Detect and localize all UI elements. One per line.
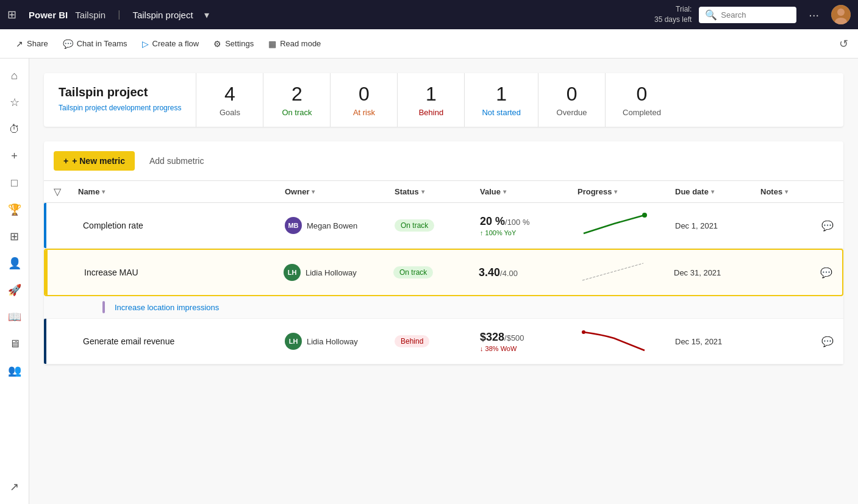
add-submetric-button[interactable]: Add submetric	[140, 151, 213, 171]
nav-project-title[interactable]: Tailspin project	[132, 10, 193, 20]
nav-workspace: Tailspin	[75, 10, 105, 20]
stat-block-at-risk: 0 At risk	[331, 73, 398, 127]
value-main: 20 %	[480, 215, 505, 227]
duedate-sort-icon: ▾	[711, 188, 714, 195]
name-sort-icon: ▾	[102, 188, 105, 195]
sidebar-item-apps[interactable]: □	[2, 171, 27, 195]
stat-block-behind: 1 Behind	[398, 73, 465, 127]
stat-number: 2	[291, 83, 302, 105]
col-header-status[interactable]: Status ▾	[395, 187, 480, 196]
table-rows: Completion rate MB Megan Bowen On track …	[44, 203, 843, 364]
due-date-cell: Dec 1, 2021	[675, 221, 760, 230]
stat-label: Overdue	[557, 108, 587, 117]
share-icon: ↗	[16, 39, 23, 49]
refresh-icon[interactable]: ↺	[839, 37, 848, 51]
notes-cell: 💬	[760, 336, 834, 347]
stat-block-completed: 0 Completed	[606, 73, 678, 127]
read-mode-button[interactable]: ▦ Read mode	[262, 35, 327, 52]
chat-teams-button[interactable]: 💬 Chat in Teams	[57, 35, 134, 52]
share-button[interactable]: ↗ Share	[10, 35, 54, 52]
subrow-container: Increase location impressions	[44, 296, 843, 319]
progress-cell	[577, 326, 675, 357]
stat-number: 4	[224, 83, 235, 105]
toolbar: ↗ Share 💬 Chat in Teams ▷ Create a flow …	[0, 29, 858, 59]
summary-header: Tailspin project Tailspin project develo…	[44, 73, 843, 127]
status-sort-icon: ▾	[421, 188, 424, 195]
plus-icon: +	[63, 156, 68, 166]
metric-name: Completion rate	[78, 221, 285, 230]
status-badge: On track	[393, 266, 433, 279]
status-badge: Behind	[395, 335, 429, 347]
metric-name: Increase MAU	[79, 268, 284, 277]
progress-sort-icon: ▾	[614, 188, 617, 195]
create-flow-button[interactable]: ▷ Create a flow	[136, 35, 206, 52]
search-box[interactable]: 🔍	[699, 7, 796, 23]
value-target: /100 %	[505, 218, 529, 227]
col-header-owner[interactable]: Owner ▾	[285, 187, 395, 196]
sidebar-item-create[interactable]: +	[2, 144, 27, 168]
value-cell: $328/$500 ↓ 38% WoW	[480, 331, 577, 352]
sidebar-item-home[interactable]: ⌂	[2, 63, 27, 88]
col-header-progress[interactable]: Progress ▾	[577, 187, 675, 196]
new-metric-button[interactable]: + + New metric	[54, 151, 135, 171]
project-title: Tailspin project	[59, 85, 181, 99]
sidebar-item-expand[interactable]: ↗	[2, 475, 27, 499]
sidebar-item-monitor[interactable]: 🖥	[2, 332, 27, 356]
col-header-duedate[interactable]: Due date ▾	[675, 187, 760, 196]
svg-line-4	[582, 263, 643, 280]
status-cell: On track	[393, 266, 479, 279]
sidebar-item-dashboards[interactable]: ⊞	[2, 224, 27, 249]
owner-name: Megan Bowen	[307, 221, 357, 230]
table-row-1[interactable]: Increase MAU LH Lidia Holloway On track …	[44, 249, 843, 296]
owner-avatar: LH	[284, 264, 301, 281]
value-change: ↓ 38% WoW	[480, 345, 577, 352]
metrics-table: ▽ Name ▾ Owner ▾ Status ▾ Va	[44, 181, 843, 364]
more-options-icon[interactable]: ···	[809, 8, 819, 22]
filter-icon[interactable]: ▽	[54, 186, 61, 197]
notes-cell: 💬	[759, 267, 832, 279]
stat-label: Not started	[482, 108, 521, 117]
sidebar-item-goals[interactable]: 🏆	[2, 197, 27, 222]
metric-name: Generate email revenue	[78, 336, 285, 346]
subrow-name[interactable]: Increase location impressions	[110, 303, 219, 312]
sidebar-item-launch[interactable]: 🚀	[2, 278, 27, 302]
grid-icon[interactable]: ⊞	[7, 8, 16, 21]
user-avatar[interactable]	[831, 5, 851, 24]
col-header-value[interactable]: Value ▾	[480, 187, 577, 196]
project-dropdown-icon[interactable]: ▾	[204, 9, 209, 21]
progress-cell	[576, 257, 674, 288]
svg-point-1	[837, 9, 845, 16]
status-badge: On track	[395, 219, 434, 232]
stat-label: Behind	[419, 108, 443, 117]
owner-cell: LH Lidia Holloway	[285, 333, 395, 350]
value-target: /$500	[504, 333, 524, 343]
sidebar-item-favorites[interactable]: ☆	[2, 90, 27, 115]
table-row-0[interactable]: Completion rate MB Megan Bowen On track …	[44, 203, 843, 249]
sidebar-item-books[interactable]: 📖	[2, 305, 27, 329]
sidebar-item-people[interactable]: 👤	[2, 251, 27, 275]
col-header-notes[interactable]: Notes ▾	[760, 187, 834, 196]
owner-name: Lidia Holloway	[307, 337, 358, 346]
col-header-name[interactable]: Name ▾	[78, 187, 285, 196]
sidebar-item-team[interactable]: 👥	[2, 358, 27, 383]
notes-icon[interactable]: 💬	[820, 267, 832, 279]
settings-icon: ⚙	[213, 39, 221, 49]
notes-icon[interactable]: 💬	[821, 220, 834, 232]
notes-icon[interactable]: 💬	[821, 336, 834, 347]
row-indicator	[44, 319, 46, 364]
search-icon: 🔍	[705, 9, 717, 21]
stat-label: On track	[282, 108, 312, 117]
table-row-2[interactable]: Generate email revenue LH Lidia Holloway…	[44, 319, 843, 364]
subrow-indicator	[102, 301, 105, 313]
sidebar-item-recents[interactable]: ⏱	[2, 117, 27, 141]
progress-cell	[577, 210, 675, 241]
action-bar: + + New metric Add submetric	[44, 141, 843, 181]
settings-button[interactable]: ⚙ Settings	[207, 35, 260, 52]
stat-label: At risk	[353, 108, 375, 117]
due-date-cell: Dec 15, 2021	[675, 337, 760, 346]
readmode-icon: ▦	[268, 39, 276, 49]
main-layout: ⌂ ☆ ⏱ + □ 🏆 ⊞ 👤 🚀 📖 🖥 👥 ↗ Tailspin proje…	[0, 59, 858, 504]
value-change: ↑ 100% YoY	[480, 229, 577, 236]
search-input[interactable]	[721, 10, 790, 20]
flow-icon: ▷	[142, 39, 149, 49]
